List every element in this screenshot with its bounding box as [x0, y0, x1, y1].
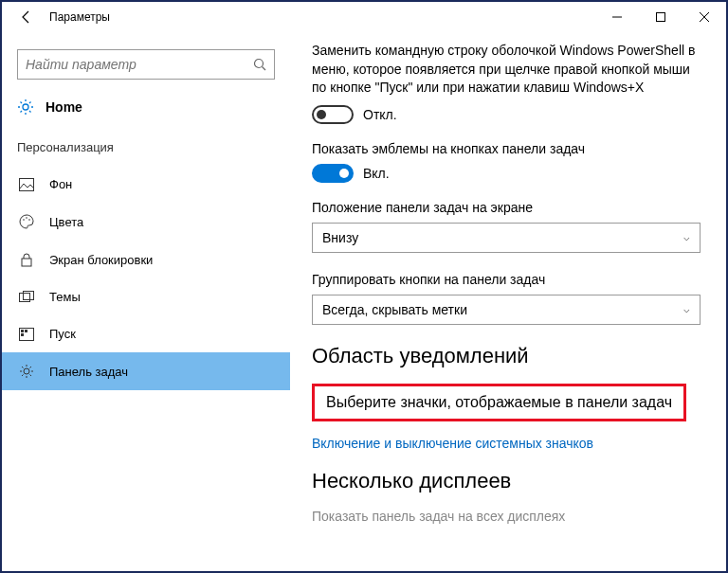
show-taskbar-all-displays-label: Показать панель задач на всех дисплеях	[312, 509, 703, 524]
chevron-down-icon: ⌵	[683, 231, 690, 243]
home-label: Home	[46, 99, 82, 115]
svg-rect-19	[22, 259, 31, 266]
sidebar-item-lockscreen[interactable]: Экран блокировки	[2, 241, 290, 278]
svg-rect-1	[657, 13, 665, 22]
sidebar: Home Персонализация Фон Цвета Экран блок…	[2, 32, 291, 571]
search-input[interactable]	[26, 57, 253, 72]
sidebar-item-background[interactable]: Фон	[2, 166, 290, 203]
sidebar-item-label: Цвета	[49, 215, 83, 229]
svg-line-12	[29, 111, 31, 113]
group-select[interactable]: Всегда, скрывать метки ⌵	[312, 295, 701, 325]
position-select[interactable]: Внизу ⌵	[312, 223, 701, 253]
search-box[interactable]	[17, 49, 275, 80]
back-button[interactable]	[11, 2, 42, 32]
maximize-button[interactable]	[639, 2, 682, 32]
arrow-left-icon	[19, 9, 34, 25]
palette-icon	[17, 214, 36, 229]
svg-line-11	[21, 102, 23, 104]
system-icons-link[interactable]: Включение и выключение системных значков	[312, 436, 593, 451]
sidebar-item-colors[interactable]: Цвета	[2, 203, 290, 241]
start-icon	[17, 328, 36, 341]
svg-rect-20	[20, 293, 30, 301]
svg-rect-21	[24, 291, 34, 299]
main-panel: Заменить командную строку оболочкой Wind…	[291, 32, 726, 571]
group-value: Всегда, скрывать метки	[322, 302, 467, 317]
close-button[interactable]	[682, 2, 726, 32]
group-label: Группировать кнопки на панели задач	[312, 272, 703, 287]
svg-point-6	[23, 104, 28, 110]
svg-line-14	[21, 111, 23, 113]
svg-rect-23	[21, 330, 24, 332]
titlebar: Параметры	[2, 2, 726, 32]
svg-point-16	[23, 219, 25, 221]
emblems-toggle[interactable]	[312, 164, 354, 183]
svg-line-34	[22, 375, 24, 377]
toggle-on-label: Вкл.	[363, 166, 390, 181]
sidebar-item-themes[interactable]: Темы	[2, 278, 290, 315]
sidebar-item-taskbar[interactable]: Панель задач	[2, 352, 290, 390]
sidebar-item-label: Экран блокировки	[49, 253, 153, 267]
themes-icon	[17, 291, 36, 304]
lock-icon	[17, 252, 36, 267]
svg-line-31	[22, 367, 24, 368]
sidebar-item-label: Фон	[49, 177, 72, 191]
notification-area-heading: Область уведомлений	[312, 344, 703, 368]
maximize-icon	[656, 12, 665, 22]
toggle-off-label: Откл.	[363, 107, 397, 122]
emblems-label: Показать эмблемы на кнопках панели задач	[312, 141, 703, 156]
sidebar-item-label: Панель задач	[49, 365, 128, 379]
svg-line-5	[263, 67, 266, 71]
taskbar-icon	[17, 364, 36, 379]
select-icons-link[interactable]: Выберите значки, отображаемые в панели з…	[326, 394, 672, 410]
svg-point-18	[28, 219, 30, 221]
position-label: Положение панели задач на экране	[312, 200, 703, 215]
home-nav[interactable]: Home	[2, 89, 290, 125]
search-icon	[253, 58, 266, 71]
svg-line-32	[30, 375, 32, 377]
position-value: Внизу	[322, 230, 358, 245]
svg-line-13	[29, 102, 31, 104]
svg-point-4	[255, 60, 264, 68]
powershell-toggle[interactable]	[312, 105, 354, 124]
gear-icon	[17, 98, 34, 116]
svg-line-33	[30, 367, 32, 368]
highlight-box: Выберите значки, отображаемые в панели з…	[312, 384, 686, 421]
close-icon	[700, 12, 709, 22]
minimize-icon	[612, 12, 622, 22]
multiple-displays-heading: Несколько дисплеев	[312, 469, 703, 493]
svg-rect-24	[25, 330, 27, 332]
sidebar-item-start[interactable]: Пуск	[2, 315, 290, 352]
window-title: Параметры	[49, 10, 110, 24]
chevron-down-icon: ⌵	[683, 303, 690, 315]
sidebar-section-label: Персонализация	[2, 125, 290, 166]
sidebar-item-label: Пуск	[49, 327, 76, 341]
sidebar-item-label: Темы	[49, 290, 81, 304]
minimize-button[interactable]	[595, 2, 639, 32]
svg-rect-15	[20, 178, 34, 190]
svg-rect-25	[21, 333, 24, 336]
powershell-description: Заменить командную строку оболочкой Wind…	[312, 42, 703, 98]
svg-point-17	[26, 217, 27, 219]
svg-point-26	[24, 368, 29, 374]
picture-icon	[17, 178, 36, 191]
